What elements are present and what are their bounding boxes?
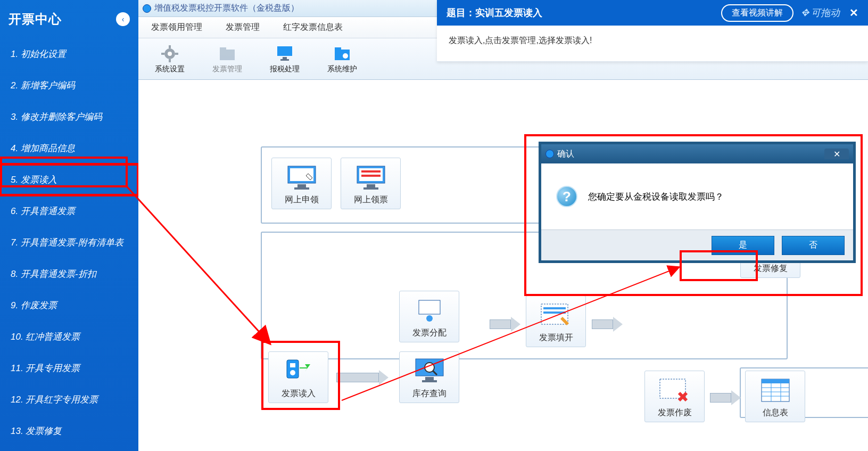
chevron-left-icon: ‹ xyxy=(122,15,125,23)
folder-icon xyxy=(218,44,237,63)
svg-rect-17 xyxy=(294,187,309,190)
toolbar-label: 发票管理 xyxy=(212,64,242,74)
topic-body: 发票读入,点击发票管理,选择发票读入! xyxy=(437,26,868,61)
svg-rect-16 xyxy=(297,184,306,187)
collapse-button[interactable]: ‹ xyxy=(116,12,130,26)
svg-rect-36 xyxy=(543,311,566,314)
sidebar-item[interactable]: 4. 增加商品信息 xyxy=(0,133,138,164)
svg-rect-12 xyxy=(335,47,341,51)
sidebar-item[interactable]: 7. 开具普通发票-附有清单表 xyxy=(0,227,138,258)
sidebar-item[interactable]: 8. 开具普通发票-折扣 xyxy=(0,258,138,290)
svg-point-13 xyxy=(343,53,348,59)
tile-label: 发票修复 xyxy=(754,263,788,274)
svg-rect-8 xyxy=(277,46,292,56)
svg-point-28 xyxy=(290,370,295,375)
svg-rect-6 xyxy=(220,50,235,60)
dialog-app-icon xyxy=(545,150,554,158)
dialog-title-text: 确认 xyxy=(557,149,574,160)
flow-arrow xyxy=(592,317,623,332)
svg-rect-40 xyxy=(762,379,789,383)
svg-point-1 xyxy=(168,52,172,56)
flow-arrow xyxy=(710,390,741,405)
folder-gear-icon xyxy=(333,44,352,63)
menu-item[interactable]: 发票领用管理 xyxy=(151,22,202,33)
topic-panel: 题目：实训五发票读入 查看视频讲解 ✥ 可拖动 ✕ 发票读入,点击发票管理,选择… xyxy=(437,0,868,62)
toolbar-label: 系统设置 xyxy=(155,64,185,74)
monitor-icon xyxy=(275,44,294,63)
svg-rect-31 xyxy=(422,380,437,382)
tile-stock-query[interactable]: 库存查询 xyxy=(399,351,459,403)
menu-item[interactable]: 发票管理 xyxy=(226,22,260,33)
svg-rect-35 xyxy=(543,307,566,309)
svg-rect-2 xyxy=(169,45,171,48)
tile-label: 信息表 xyxy=(763,407,788,419)
tile-label: 发票分配 xyxy=(412,327,447,339)
dialog-no-button[interactable]: 否 xyxy=(782,236,845,255)
tile-label: 网上领票 xyxy=(354,194,388,206)
flow-arrow xyxy=(336,370,388,385)
flow-arrow xyxy=(490,317,520,332)
tile-online-apply[interactable]: 网上申领 xyxy=(271,158,332,209)
svg-rect-30 xyxy=(425,377,434,380)
tile-fill[interactable]: 发票填开 xyxy=(526,296,586,347)
menu-item[interactable]: 红字发票信息表 xyxy=(283,22,343,33)
svg-rect-9 xyxy=(283,57,287,59)
svg-rect-7 xyxy=(220,47,226,51)
topic-title: 题目：实训五发票读入 xyxy=(447,6,542,19)
svg-rect-20 xyxy=(361,170,381,173)
svg-rect-4 xyxy=(161,53,164,55)
tile-label: 网上申领 xyxy=(285,194,319,206)
sidebar-item[interactable]: 11. 开具专用发票 xyxy=(0,352,138,384)
sidebar-item[interactable]: 6. 开具普通发票 xyxy=(0,195,138,227)
svg-rect-21 xyxy=(361,175,381,177)
distribution-icon xyxy=(411,296,448,325)
svg-rect-27 xyxy=(290,363,295,367)
tile-read-in[interactable]: 发票读入 xyxy=(268,351,328,403)
sidebar-title: 开票中心 xyxy=(9,11,62,28)
dialog-yes-button[interactable]: 是 xyxy=(712,236,774,255)
tile-label: 库存查询 xyxy=(412,388,447,399)
tile-online-receive[interactable]: 网上领票 xyxy=(341,158,401,209)
invoice-edit-icon xyxy=(538,300,575,330)
question-icon: ? xyxy=(556,186,577,207)
tile-label: 发票读入 xyxy=(282,388,316,399)
close-icon: ✕ xyxy=(833,149,840,159)
sidebar-item[interactable]: 3. 修改并删除客户编码 xyxy=(0,101,138,133)
move-icon: ✥ xyxy=(801,7,809,19)
drag-handle[interactable]: ✥ 可拖动 xyxy=(801,6,840,19)
usb-import-icon xyxy=(280,356,317,386)
sidebar-item[interactable]: 9. 作废发票 xyxy=(0,290,138,321)
svg-rect-23 xyxy=(363,187,378,190)
svg-rect-24 xyxy=(419,300,440,314)
tile-void[interactable]: 发票作废 xyxy=(644,371,705,422)
svg-rect-22 xyxy=(367,184,375,187)
gear-icon xyxy=(160,44,179,63)
sidebar-item[interactable]: 12. 开具红字专用发票 xyxy=(0,384,138,415)
sidebar-item[interactable]: 13. 发票修复 xyxy=(0,415,138,447)
svg-rect-5 xyxy=(175,53,178,55)
view-video-button[interactable]: 查看视频讲解 xyxy=(721,4,793,22)
topic-close-button[interactable]: ✕ xyxy=(849,6,858,19)
sidebar-item[interactable]: 1. 初始化设置 xyxy=(0,38,138,70)
monitor-icon xyxy=(283,162,320,192)
dialog-close-button[interactable]: ✕ xyxy=(824,149,849,159)
invoice-void-icon xyxy=(656,375,693,405)
toolbar-label: 系统维护 xyxy=(327,64,357,74)
sidebar-item[interactable]: 10. 红冲普通发票 xyxy=(0,321,138,352)
svg-rect-3 xyxy=(169,59,171,62)
sidebar-item[interactable]: 2. 新增客户编码 xyxy=(0,70,138,101)
tile-distribution[interactable]: 发票分配 xyxy=(399,291,459,342)
svg-point-25 xyxy=(426,315,433,322)
toolbar-button: 发票管理 xyxy=(200,40,254,77)
table-icon xyxy=(757,375,794,405)
toolbar-button[interactable]: 报税处理 xyxy=(258,40,312,77)
dialog-message: 您确定要从金税设备读取发票吗？ xyxy=(588,191,724,203)
svg-rect-10 xyxy=(280,59,289,61)
toolbar-label: 报税处理 xyxy=(270,64,300,74)
app-icon xyxy=(143,4,151,13)
toolbar-button[interactable]: 系统设置 xyxy=(143,40,197,77)
window-title: 增值税发票税控开票软件（金税盘版） xyxy=(154,3,299,14)
tile-info-table[interactable]: 信息表 xyxy=(745,371,805,422)
toolbar-button[interactable]: 系统维护 xyxy=(315,40,369,77)
sidebar-item[interactable]: 5. 发票读入 xyxy=(0,164,138,195)
